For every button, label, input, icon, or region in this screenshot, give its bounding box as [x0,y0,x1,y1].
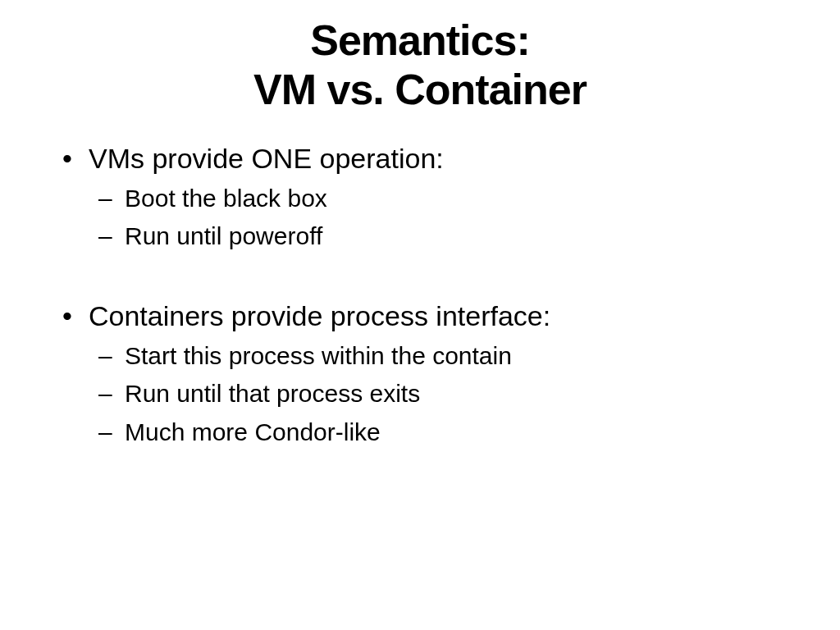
bullet-marker: • [57,138,89,180]
sub-bullet-item: – Start this process within the contain [57,337,791,376]
sub-bullet-text: Run until that process exits [125,375,420,413]
dash-marker: – [98,413,125,452]
bullet-item: • VMs provide ONE operation: [57,138,791,180]
sub-bullet-item: – Run until poweroff [57,217,791,256]
sub-bullet-text: Start this process within the contain [125,337,512,376]
sub-bullet-item: – Run until that process exits [57,375,791,413]
spacer [57,256,791,295]
slide-title: Semantics: VM vs. Container [49,16,791,115]
bullet-marker: • [57,295,89,337]
sub-bullet-text: Run until poweroff [125,217,322,256]
sub-bullet-item: – Much more Condor-like [57,413,791,452]
bullet-text: Containers provide process interface: [89,295,550,337]
title-line2: VM vs. Container [49,66,791,115]
title-line1: Semantics: [49,16,791,66]
dash-marker: – [98,217,125,256]
sub-bullet-text: Boot the black box [125,180,327,218]
dash-marker: – [98,375,125,413]
slide-content: • VMs provide ONE operation: – Boot the … [49,138,791,452]
dash-marker: – [98,337,125,376]
sub-bullet-item: – Boot the black box [57,180,791,218]
sub-bullet-text: Much more Condor-like [125,413,381,452]
bullet-text: VMs provide ONE operation: [89,138,444,180]
dash-marker: – [98,180,125,218]
bullet-item: • Containers provide process interface: [57,295,791,337]
